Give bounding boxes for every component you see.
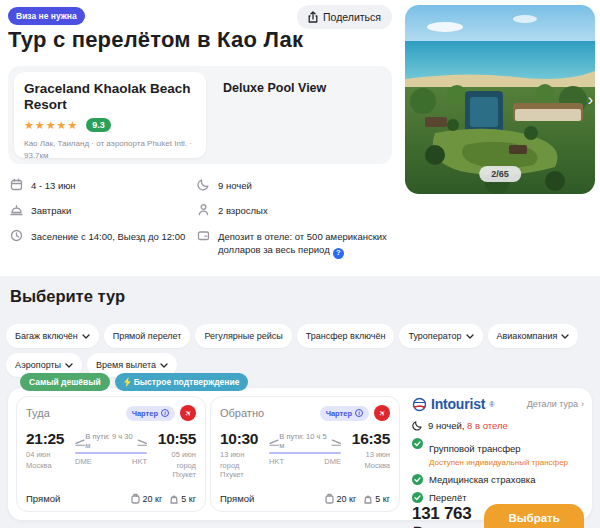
filter-tour-operator[interactable]: Туроператор bbox=[399, 324, 482, 348]
room-type: Deluxe Pool View bbox=[223, 81, 326, 95]
tour-details-link[interactable]: Детали тура › bbox=[527, 399, 584, 409]
charter-label: Чартер bbox=[326, 409, 352, 418]
share-label: Поделиться bbox=[323, 11, 381, 23]
takeoff-icon bbox=[269, 437, 279, 446]
nights-in-hotel: 8 в отеле bbox=[467, 420, 508, 431]
departure-airport-code: HKT bbox=[269, 457, 284, 466]
arrival-airport-code: HKT bbox=[132, 457, 147, 466]
chevron-right-icon: › bbox=[581, 399, 584, 409]
detail-checkin-text: Заселение с 14:00, Выезд до 12:00 bbox=[31, 230, 185, 243]
filter-baggage[interactable]: Багаж включён bbox=[6, 324, 99, 348]
hotel-link-card[interactable]: Graceland Khaolak Beach Resort ★★★★★ 9.3… bbox=[14, 72, 206, 158]
filter-regular-flights[interactable]: Регулярные рейсы bbox=[195, 324, 291, 348]
tour-details-right: 9 ночей 2 взрослых Депозит в отеле: от 5… bbox=[197, 179, 393, 271]
filter-label: Авиакомпания bbox=[497, 331, 558, 341]
detail-nights-text: 9 ночей bbox=[218, 179, 252, 192]
deposit-text: Депозит в отеле: от 500 американских дол… bbox=[218, 231, 387, 255]
tour-offer-card: Туда Чартер i ✈ 21:25 04 июн Москва bbox=[8, 388, 592, 520]
moon-icon bbox=[197, 178, 210, 191]
arrival-time: 16:35 bbox=[346, 430, 390, 448]
charter-badge: Чартер i bbox=[126, 406, 175, 421]
detail-dates: 4 - 13 июн bbox=[10, 179, 192, 192]
baggage-label: 20 кг bbox=[337, 494, 357, 504]
moon-icon bbox=[412, 420, 423, 431]
flight-duration: В пути: 9 ч 30 м bbox=[85, 432, 136, 450]
filter-label: Аэропорты bbox=[15, 360, 61, 370]
departure-city: город Пхукет bbox=[220, 461, 264, 479]
handbag-icon bbox=[364, 493, 372, 504]
charter-label: Чартер bbox=[132, 409, 158, 418]
offer-panel: Intourist® Детали тура › 9 ночей, 8 в от… bbox=[412, 396, 584, 512]
flight-direction: Обратно bbox=[220, 407, 264, 419]
route-line bbox=[269, 452, 341, 454]
filter-label: Регулярные рейсы bbox=[204, 331, 282, 341]
arrival-city: город Пхукет bbox=[152, 461, 196, 479]
tour-page: Виза не нужна Поделиться Тур с перелётом… bbox=[0, 0, 600, 528]
transfer-note: Доступен индивидуальный трансфер bbox=[429, 458, 568, 467]
detail-meals: Завтраки bbox=[10, 204, 192, 217]
detail-dates-text: 4 - 13 июн bbox=[31, 179, 76, 192]
chevron-down-icon bbox=[65, 363, 73, 368]
detail-checkin: Заселение с 14:00, Выезд до 12:00 bbox=[10, 230, 192, 243]
breakfast-icon bbox=[10, 203, 23, 216]
include-label: Групповой трансфер bbox=[429, 443, 521, 454]
include-label: Медицинская страховка bbox=[429, 474, 535, 485]
departure-airport-code: DME bbox=[75, 457, 92, 466]
flight-card-inbound: Обратно Чартер i ✈ 10:30 13 июн город Пх… bbox=[210, 396, 400, 512]
include-label: Перелёт bbox=[429, 492, 467, 503]
baggage-label: 20 кг bbox=[143, 494, 163, 504]
calendar-icon bbox=[10, 178, 23, 191]
route-line bbox=[75, 452, 147, 454]
photo-counter: 2/65 bbox=[479, 166, 521, 182]
fast-confirmation-badge: Быстрое подтверждение bbox=[115, 373, 249, 391]
visa-badge: Виза не нужна bbox=[8, 7, 85, 25]
filter-label: Туроператор bbox=[408, 331, 461, 341]
hotel-photo-gallery[interactable]: 2/65 › bbox=[405, 5, 595, 194]
hotel-card: Graceland Khaolak Beach Resort ★★★★★ 9.3… bbox=[8, 66, 392, 164]
hotel-location: Као Лак, Таиланд · от аэропорта Phuket I… bbox=[24, 138, 196, 161]
filter-direct-flight[interactable]: Прямой перелет bbox=[104, 324, 191, 348]
detail-guests: 2 взрослых bbox=[197, 204, 393, 217]
airline-logo-icon: ✈ bbox=[180, 405, 196, 421]
hotel-name: Graceland Khaolak Beach Resort bbox=[24, 81, 196, 113]
hotel-stars: ★★★★★ bbox=[24, 119, 78, 132]
section-title: Выберите тур bbox=[10, 287, 125, 306]
registered-mark: ® bbox=[489, 401, 494, 408]
flight-direction: Туда bbox=[26, 407, 50, 419]
departure-time: 10:30 bbox=[220, 430, 264, 448]
chevron-down-icon bbox=[466, 334, 474, 339]
suitcase-icon bbox=[131, 493, 140, 504]
charter-info-icon[interactable]: i bbox=[355, 409, 363, 417]
arrival-date: 05 июн bbox=[152, 450, 196, 459]
share-icon bbox=[308, 11, 318, 23]
tour-badges: Самый дешёвый Быстрое подтверждение bbox=[20, 373, 248, 391]
detail-guests-text: 2 взрослых bbox=[218, 204, 268, 217]
next-photo-icon[interactable]: › bbox=[588, 92, 593, 108]
filter-label: Прямой перелет bbox=[113, 331, 182, 341]
filter-airline[interactable]: Авиакомпания bbox=[488, 324, 579, 348]
charter-info-icon[interactable]: i bbox=[161, 409, 169, 417]
operator-name: Intourist bbox=[431, 396, 485, 412]
chevron-down-icon bbox=[82, 334, 90, 339]
tour-details-left: 4 - 13 июн Завтраки Заселение с 14:00, В… bbox=[10, 179, 192, 255]
tour-price: 131 763 ₽ bbox=[412, 504, 484, 528]
info-icon[interactable]: ? bbox=[333, 248, 344, 259]
detail-meals-text: Завтраки bbox=[31, 204, 71, 217]
hand-baggage-label: 5 кг bbox=[375, 494, 390, 504]
select-tour-button[interactable]: Выбрать тур bbox=[484, 504, 584, 528]
filter-transfer-included[interactable]: Трансфер включён bbox=[297, 324, 395, 348]
check-icon bbox=[412, 492, 423, 503]
departure-date: 04 июн bbox=[26, 450, 70, 459]
include-transfer: Групповой трансфер Доступен индивидуальн… bbox=[412, 438, 584, 467]
departure-date: 13 июн bbox=[220, 450, 264, 459]
check-icon bbox=[412, 438, 423, 449]
lightning-icon bbox=[124, 377, 131, 387]
arrival-airport-code: DME bbox=[324, 457, 341, 466]
departure-time: 21:25 bbox=[26, 430, 70, 448]
arrival-city: Москва bbox=[346, 461, 390, 470]
include-insurance: Медицинская страховка bbox=[412, 474, 584, 485]
fast-badge-label: Быстрое подтверждение bbox=[134, 377, 240, 387]
detail-nights: 9 ночей bbox=[197, 179, 393, 192]
include-flight: Перелёт bbox=[412, 492, 584, 503]
share-button[interactable]: Поделиться bbox=[297, 5, 392, 29]
